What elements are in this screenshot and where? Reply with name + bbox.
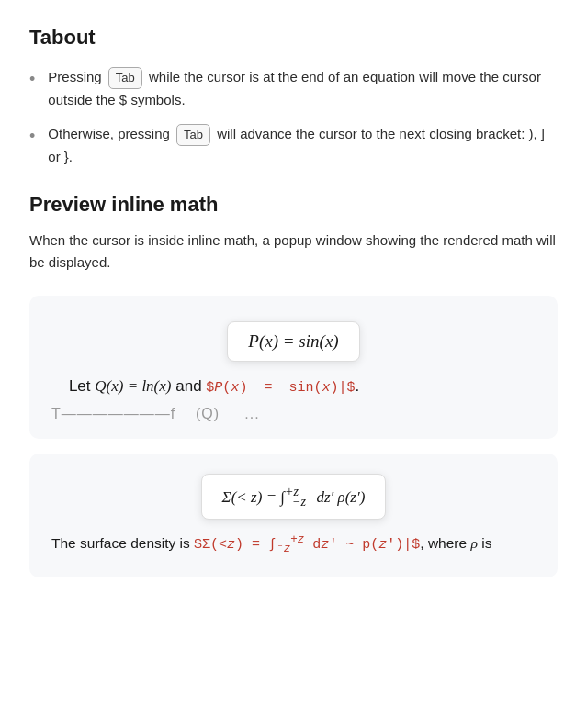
popup-bubble-1: P(x) = sin(x) (51, 321, 536, 362)
preview-inline-math-title: Preview inline math (29, 193, 558, 217)
inline-code-2: $Σ(<z) = ∫⁻z+z dz′ ~ p(z′)|$ (194, 537, 420, 553)
inline-math-line-1: Let Q(x) = ln(x) and $P(x) = sin(x)|$. (51, 371, 536, 402)
popup-math-1: P(x) = sin(x) (248, 331, 338, 351)
bullet-2-text: Otherwise, pressing Tab will advance the… (48, 123, 558, 167)
page: Tabout • Pressing Tab while the cursor i… (0, 0, 587, 728)
popup-inner-1: P(x) = sin(x) (227, 321, 359, 362)
popup-inner-2: Σ(< z) = ∫+z−z dz′ ρ(z′) (201, 474, 387, 520)
popup-math-2: Σ(< z) = ∫+z−z dz′ ρ(z′) (222, 488, 366, 506)
preview-box-1: P(x) = sin(x) Let Q(x) = ln(x) and $P(x)… (29, 296, 558, 439)
tabout-title: Tabout (29, 26, 558, 50)
tabout-bullet-list: • Pressing Tab while the cursor is at th… (29, 66, 558, 167)
list-item: • Otherwise, pressing Tab will advance t… (29, 123, 558, 167)
preview-description: When the cursor is inside inline math, a… (29, 230, 558, 274)
bullet-dot-1: • (29, 67, 35, 93)
tab-key-1: Tab (108, 67, 142, 89)
inline-math-line-2: The surface density is $Σ(<z) = ∫⁻z+z dz… (51, 529, 536, 561)
bullet-1-text: Pressing Tab while the cursor is at the … (48, 66, 558, 110)
popup-bubble-2: Σ(< z) = ∫+z−z dz′ ρ(z′) (51, 474, 536, 520)
list-item: • Pressing Tab while the cursor is at th… (29, 66, 558, 110)
inline-code-1: $P(x) = sin(x)|$ (206, 380, 355, 396)
preview-box-2: Σ(< z) = ∫+z−z dz′ ρ(z′) The surface den… (29, 454, 558, 577)
truncated-line: T———————f (Q) ... (51, 406, 536, 422)
tab-key-2: Tab (176, 124, 210, 146)
bullet-dot-2: • (29, 124, 35, 150)
